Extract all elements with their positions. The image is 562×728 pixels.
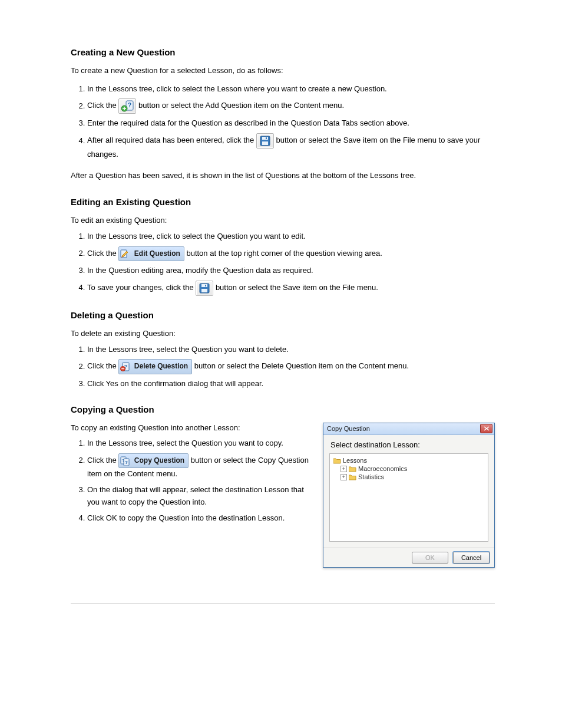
heading-create: Creating a New Question [71, 47, 495, 57]
folder-icon [349, 466, 356, 472]
steps-edit: In the Lessons tree, click to select the… [71, 230, 495, 296]
svg-rect-5 [262, 141, 268, 145]
heading-edit: Editing an Existing Question [71, 197, 495, 207]
steps-copy: In the Lessons tree, select the Question… [71, 437, 312, 524]
list-item: Click the ? Delete Question button or se… [87, 359, 495, 374]
intro-create: To create a new Question for a selected … [71, 65, 495, 76]
delete-question-button[interactable]: ? Delete Question [118, 359, 192, 374]
text: To save your changes, click the [87, 283, 196, 292]
copy-question-button[interactable]: ? ? Copy Question [118, 453, 189, 468]
save-icon[interactable] [256, 133, 274, 149]
dialog-title: Copy Question [327, 425, 370, 432]
list-item: In the Lessons tree, click to select the… [87, 83, 495, 95]
intro-copy: To copy an existing Question into anothe… [71, 423, 312, 433]
copy-question-button-label: Copy Question [134, 456, 184, 465]
list-item: Enter the required data for the Question… [87, 117, 495, 130]
tree-root[interactable]: Lessons [333, 456, 484, 465]
list-item: In the Lessons tree, select the Question… [87, 344, 495, 356]
list-item: Click the ? button or select the Add Que… [87, 98, 495, 114]
list-item: Click Yes on the confirmation dialog tha… [87, 378, 495, 390]
heading-copy: Copying a Question [71, 404, 495, 414]
text: button at the top right corner of the qu… [186, 249, 382, 258]
svg-rect-9 [201, 284, 207, 287]
dialog-cancel-button[interactable]: Cancel [453, 552, 490, 564]
expand-icon[interactable]: + [340, 466, 347, 472]
intro-edit: To edit an existing Question: [71, 215, 495, 226]
tree-item[interactable]: + Macroeconomics [333, 465, 484, 473]
save-icon[interactable] [196, 281, 213, 296]
lesson-tree[interactable]: Lessons + Macroeconomics + [329, 453, 488, 542]
close-icon [484, 426, 490, 431]
tree-item[interactable]: + Statistics [333, 473, 484, 481]
text: button or select the Add Question item o… [138, 101, 344, 110]
intro-delete: To delete an existing Question: [71, 328, 495, 339]
list-item: In the Lessons tree, select the Question… [87, 437, 312, 450]
edit-question-button[interactable]: Edit Question [118, 246, 184, 261]
text: button or select the Delete Question ite… [194, 362, 409, 371]
steps-delete: In the Lessons tree, select the Question… [71, 344, 495, 390]
svg-rect-6 [266, 137, 267, 139]
svg-rect-4 [262, 137, 268, 140]
text: button or select the Save item on the Fi… [216, 283, 378, 292]
copy-question-icon: ? ? [120, 456, 130, 466]
expand-icon[interactable]: + [340, 474, 347, 480]
svg-text:?: ? [128, 102, 131, 108]
dialog-titlebar: Copy Question [323, 423, 494, 435]
list-item: To save your changes, click the button o… [87, 281, 495, 296]
text: Click the [87, 249, 118, 258]
folder-open-icon [333, 457, 341, 464]
copy-question-dialog: Copy Question Select destination Lesson: [323, 423, 495, 568]
delete-question-button-label: Delete Question [134, 363, 188, 371]
text: Click the [87, 101, 118, 110]
divider [71, 603, 495, 604]
list-item: On the dialog that will appear, select t… [87, 484, 312, 509]
delete-question-icon: ? [120, 362, 130, 371]
note-create: After a Question has been saved, it is s… [71, 170, 495, 181]
svg-text:?: ? [125, 460, 128, 465]
dialog-prompt: Select destination Lesson: [330, 440, 488, 450]
svg-rect-15 [122, 368, 125, 369]
svg-rect-11 [205, 285, 206, 286]
dialog-close-button[interactable] [480, 424, 492, 433]
list-item: Click the Edit Question button at the to… [87, 246, 495, 261]
list-item: After all required data has been entered… [87, 133, 495, 161]
tree-label: Macroeconomics [358, 465, 407, 472]
edit-question-button-label: Edit Question [134, 249, 180, 258]
dialog-ok-button[interactable]: OK [412, 552, 448, 564]
list-item: In the Question editing area, modify the… [87, 265, 495, 277]
list-item: In the Lessons tree, click to select the… [87, 230, 495, 243]
text: After all required data has been entered… [87, 136, 256, 145]
steps-create: In the Lessons tree, click to select the… [71, 83, 495, 161]
folder-icon [349, 474, 356, 480]
add-question-icon[interactable]: ? [118, 98, 136, 114]
tree-label: Lessons [343, 457, 367, 464]
text: Click the [87, 456, 118, 465]
list-item: Click the ? ? Copy Question butt [87, 453, 312, 480]
text: Click the [87, 362, 118, 371]
svg-rect-10 [201, 289, 207, 292]
edit-question-icon [120, 249, 130, 259]
heading-delete: Deleting a Question [71, 310, 495, 320]
tree-label: Statistics [358, 473, 384, 480]
list-item: Click OK to copy the Question into the d… [87, 512, 312, 525]
